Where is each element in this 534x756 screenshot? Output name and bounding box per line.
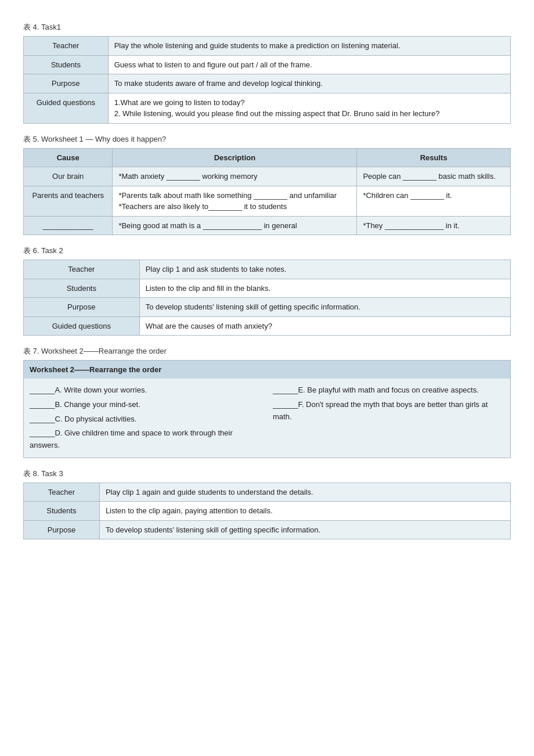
worksheet2-header: Worksheet 2——Rearrange the order	[24, 361, 510, 379]
table6-row-content: What are the causes of math anxiety?	[139, 316, 510, 336]
table8-row-header: Teacher	[24, 483, 100, 502]
worksheet2-right-col: ______E. Be playful with math and focus …	[273, 383, 504, 453]
table8-label: 表 8. Task 3	[23, 469, 511, 479]
table4-row-content: To make students aware of frame and deve…	[108, 74, 510, 93]
table4-row-content: 1.What are we going to listen to today?2…	[108, 93, 510, 123]
table4-row-header: Purpose	[24, 74, 109, 93]
table5-cause: Our brain	[24, 167, 113, 186]
table5-col-cause: Cause	[24, 148, 113, 167]
table5-col-description: Description	[113, 148, 357, 167]
table5: Cause Description Results Our brain*Math…	[23, 148, 511, 236]
table8-row-content: Listen to the clip again, paying attenti…	[99, 502, 510, 521]
table5-label: 表 5. Worksheet 1 — Why does it happen?	[23, 134, 511, 145]
list-item: ______E. Be playful with math and focus …	[273, 383, 504, 398]
table6-row-header: Purpose	[24, 298, 140, 317]
list-item: ______F. Don't spread the myth that boys…	[273, 398, 504, 424]
table6-row-content: Listen to the clip and fill in the blank…	[139, 279, 510, 298]
table4-row-header: Guided questions	[24, 93, 109, 123]
list-item: ______D. Give children time and space to…	[30, 426, 261, 453]
table5-cause: ____________	[24, 216, 113, 235]
table6: TeacherPlay clip 1 and ask students to t…	[23, 260, 511, 336]
table5-cause: Parents and teachers	[24, 186, 113, 216]
worksheet2-grid: ______A. Write down your worries.______B…	[24, 379, 510, 458]
list-item: ______A. Write down your worries.	[30, 383, 261, 398]
table6-label: 表 6. Task 2	[23, 246, 511, 256]
table5-description: *Math anxiety ________ working memory	[113, 167, 357, 186]
table8-row-header: Purpose	[24, 520, 100, 539]
table7-label: 表 7. Worksheet 2——Rearrange the order	[23, 346, 511, 357]
table5-results: *Children can ________ it.	[357, 186, 511, 216]
table8: TeacherPlay clip 1 again and guide stude…	[23, 483, 511, 540]
table5-col-results: Results	[357, 148, 511, 167]
table5-results: People can ________ basic math skills.	[357, 167, 511, 186]
table6-row-header: Teacher	[24, 260, 140, 279]
table5-description: *Being good at math is a ______________ …	[113, 216, 357, 235]
table4: TeacherPlay the whole listening and guid…	[23, 36, 511, 124]
worksheet2-left-col: ______A. Write down your worries.______B…	[30, 383, 261, 453]
table4-row-header: Students	[24, 55, 109, 74]
table5-results: *They ______________ in it.	[357, 216, 511, 235]
table7-worksheet: Worksheet 2——Rearrange the order ______A…	[23, 360, 511, 458]
table5-description: *Parents talk about math like something …	[113, 186, 357, 216]
table6-row-content: To develop students' listening skill of …	[139, 298, 510, 317]
table4-row-content: Play the whole listening and guide stude…	[108, 37, 510, 56]
list-item: ______C. Do physical activities.	[30, 412, 261, 427]
table6-row-header: Guided questions	[24, 316, 140, 336]
table6-row-header: Students	[24, 279, 140, 298]
table8-row-content: Play clip 1 again and guide students to …	[99, 483, 510, 502]
table8-row-content: To develop students' listening skill of …	[99, 520, 510, 539]
table8-row-header: Students	[24, 502, 100, 521]
table4-row-header: Teacher	[24, 37, 109, 56]
table4-label: 表 4. Task1	[23, 22, 511, 33]
table6-row-content: Play clip 1 and ask students to take not…	[139, 260, 510, 279]
list-item: ______B. Change your mind-set.	[30, 398, 261, 412]
table4-row-content: Guess what to listen to and figure out p…	[108, 55, 510, 74]
